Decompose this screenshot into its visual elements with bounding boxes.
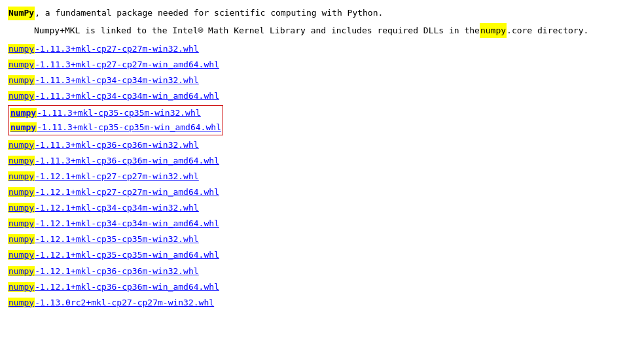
link-3[interactable]: numpy-1.11.3+mkl-cp34-cp34m-win32.whl — [8, 73, 636, 88]
link-7[interactable]: numpy-1.11.3+mkl-cp36-cp36m-win32.whl — [8, 138, 636, 152]
link-2[interactable]: numpy-1.11.3+mkl-cp27-cp27m-win_amd64.wh… — [8, 58, 636, 72]
link-9[interactable]: numpy-1.12.1+mkl-cp27-cp27m-win32.whl — [8, 169, 636, 184]
boxed-links-group: numpy-1.11.3+mkl-cp35-cp35m-win32.whlnum… — [8, 105, 636, 137]
link-1[interactable]: numpy-1.11.3+mkl-cp27-cp27m-win32.whl — [8, 42, 636, 56]
second-line: Numpy+MKL is linked to the Intel® Math K… — [34, 23, 636, 38]
link-4[interactable]: numpy-1.11.3+mkl-cp34-cp34m-win_amd64.wh… — [8, 89, 636, 103]
numpy-inline-label: numpy — [480, 23, 507, 38]
header-description: , a fundamental package needed for scien… — [35, 7, 383, 20]
link-10[interactable]: numpy-1.12.1+mkl-cp27-cp27m-win_amd64.wh… — [8, 185, 636, 199]
second-line-post: .core directory. — [507, 23, 588, 38]
link-8[interactable]: numpy-1.11.3+mkl-cp36-cp36m-win_amd64.wh… — [8, 154, 636, 168]
link-14[interactable]: numpy-1.12.1+mkl-cp35-cp35m-win_amd64.wh… — [8, 248, 636, 262]
numpy-brand-label: NumPy — [8, 7, 35, 20]
link-16[interactable]: numpy-1.12.1+mkl-cp36-cp36m-win_amd64.wh… — [8, 280, 636, 294]
links-container: numpy-1.11.3+mkl-cp27-cp27m-win32.whlnum… — [8, 42, 636, 310]
link-13[interactable]: numpy-1.12.1+mkl-cp35-cp35m-win32.whl — [8, 232, 636, 247]
link-15[interactable]: numpy-1.12.1+mkl-cp36-cp36m-win32.whl — [8, 264, 636, 279]
link-6[interactable]: numpy-1.11.3+mkl-cp35-cp35m-win_amd64.wh… — [10, 120, 221, 135]
header-line: NumPy , a fundamental package needed for… — [8, 7, 636, 20]
link-11[interactable]: numpy-1.12.1+mkl-cp34-cp34m-win32.whl — [8, 201, 636, 215]
link-12[interactable]: numpy-1.12.1+mkl-cp34-cp34m-win_amd64.wh… — [8, 216, 636, 231]
link-17[interactable]: numpy-1.13.0rc2+mkl-cp27-cp27m-win32.whl — [8, 296, 636, 310]
link-5[interactable]: numpy-1.11.3+mkl-cp35-cp35m-win32.whl — [10, 106, 221, 120]
second-line-pre: Numpy+MKL is linked to the Intel® Math K… — [34, 23, 480, 38]
